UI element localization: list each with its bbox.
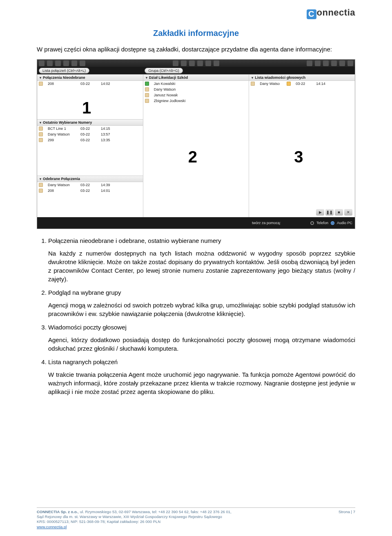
close-button[interactable]: ✕ <box>344 209 352 216</box>
numbered-list: Połączenia nieodebrane i odebrane, ostat… <box>37 236 355 396</box>
list-item[interactable]: Janusz Nowak <box>143 92 249 98</box>
intro-paragraph: W prawej części okna aplikacji dostępne … <box>37 45 355 53</box>
logo-c-box: C <box>307 9 316 19</box>
toolbar-icon[interactable] <box>80 60 85 66</box>
list-item[interactable]: 20803-2214:01 <box>37 188 143 193</box>
toolbar-icon[interactable] <box>181 60 187 66</box>
list-item-1: Połączenia nieodebrane i odebrane, ostat… <box>48 236 355 283</box>
panel-header-missed[interactable]: Połączenia Nieodebrane <box>37 74 143 81</box>
list-item[interactable]: 29903-2213:35 <box>37 137 143 143</box>
item-1-body: Na każdy z numerów dostępnych na tych li… <box>48 249 355 283</box>
toolbar-icon[interactable] <box>55 60 61 66</box>
radio-telefon[interactable] <box>310 221 314 225</box>
list-item-2: Podgląd na wybrane grupy Agencji mogą w … <box>48 288 355 318</box>
list-item[interactable]: Dany Watson03-2214:39 <box>37 182 143 188</box>
chip-group[interactable]: Grupa (Ctrl+Alt+G) <box>145 68 183 73</box>
item-3-title: Wiadomości poczty głosowej <box>48 324 127 331</box>
toolbar-icon[interactable] <box>189 60 195 66</box>
annotation-1: 1 <box>82 99 91 117</box>
chip-call-list[interactable]: Lista połączeń (Ctrl+Alt+L) <box>39 68 89 73</box>
page-footer: CONNECTIA Sp. z o.o., ul. Rzymowskiego 5… <box>0 503 392 536</box>
list-item-4: Lista nagranych połączeń W trakcie trwan… <box>48 358 355 396</box>
brand-logo: Connectia <box>307 7 355 19</box>
ss-chip-row: Lista połączeń (Ctrl+Alt+L) Grupa (Ctrl+… <box>37 67 355 74</box>
list-item[interactable]: BCT Line 103-2214:15 <box>37 126 143 131</box>
footer-court: Sąd Rejonowy dla m. st. Warszawy w Warsz… <box>37 514 232 519</box>
logo-text: onnectia <box>317 7 355 18</box>
toolbar-icon[interactable] <box>331 60 337 66</box>
toolbar-icon[interactable] <box>323 60 329 66</box>
mail-icon <box>287 82 291 86</box>
toolbar-icon[interactable] <box>71 60 77 66</box>
pause-button[interactable]: ❚❚ <box>325 209 334 216</box>
footer-address: , ul. Rzymowskiego 53, 02-697 Warszawa, … <box>78 509 231 514</box>
annotation-2: 2 <box>188 148 197 166</box>
panel-header-group[interactable]: Dział Likwidacji Szkód <box>143 74 249 81</box>
panel-header-dialed[interactable]: Ostatnio Wybierane Numery <box>37 119 143 126</box>
footer-link[interactable]: www.connectia.pl <box>37 525 67 529</box>
footer-ids: KRS: 0000527113; NIP: 521-368-09-78; Kap… <box>37 519 232 524</box>
list-item[interactable]: Zbigniew Jodłowski <box>143 98 249 104</box>
stop-button[interactable]: ■ <box>335 209 343 216</box>
toolbar-icon[interactable] <box>214 60 219 66</box>
toolbar-icon[interactable] <box>205 60 211 66</box>
item-3-body: Agenci, którzy dodatkowo posiadają dostę… <box>48 336 355 353</box>
section-title: Zakładki informacyjne <box>37 29 355 38</box>
item-2-body: Agencji mogą w zależności od swoich potr… <box>48 301 355 318</box>
ss-footer: twórz za pomocą: Telefon Audio PC <box>37 217 355 229</box>
list-item[interactable]: Dany Watson <box>143 87 249 92</box>
toolbar-icon[interactable] <box>197 60 203 66</box>
toolbar-icon[interactable] <box>307 60 312 66</box>
ss-column-3: Lista wiadomości głosowych Dany Watso03-… <box>249 74 355 217</box>
item-1-title: Połączenia nieodebrane i odebrane, ostat… <box>48 237 221 244</box>
footer-left: CONNECTIA Sp. z o.o., ul. Rzymowskiego 5… <box>37 509 232 529</box>
toolbar-icon[interactable] <box>347 60 353 66</box>
footer-company: CONNECTIA Sp. z o.o. <box>37 509 78 514</box>
play-button[interactable]: ▶ <box>316 209 324 216</box>
list-item[interactable]: Dany Watso03-2214:14 <box>249 81 355 87</box>
footer-label: twórz za pomocą: <box>252 221 281 225</box>
panel-header-voicemail[interactable]: Lista wiadomości głosowych <box>249 74 355 81</box>
toolbar-icon[interactable] <box>47 60 53 66</box>
radio-telefon-label: Telefon <box>316 221 328 225</box>
ss-column-2: Dział Likwidacji Szkód Jan Kowalski Dany… <box>143 74 249 217</box>
list-item[interactable]: Dany Watson03-2213:57 <box>37 131 143 137</box>
item-2-title: Podgląd na wybrane grupy <box>48 289 121 296</box>
list-item[interactable]: Jan Kowalski <box>143 81 249 87</box>
ss-column-1: Połączenia Nieodebrane 20803-2214:02 1 O… <box>37 74 143 217</box>
toolbar-icon[interactable] <box>315 60 321 66</box>
radio-audio-pc[interactable] <box>331 221 334 225</box>
item-4-body: W trakcie trwania połączenia Agent może … <box>48 370 355 396</box>
footer-page-number: Strona | 7 <box>339 509 355 529</box>
item-4-title: Lista nagranych połączeń <box>48 358 118 365</box>
toolbar-icon[interactable] <box>173 60 178 66</box>
ss-toolbar <box>37 60 355 67</box>
app-screenshot: Lista połączeń (Ctrl+Alt+L) Grupa (Ctrl+… <box>37 59 355 229</box>
annotation-3: 3 <box>294 148 303 166</box>
toolbar-icon[interactable] <box>339 60 345 66</box>
toolbar-icon[interactable] <box>63 60 69 66</box>
toolbar-icon[interactable] <box>39 60 45 66</box>
panel-header-answered[interactable]: Odebrane Połączenia <box>37 176 143 182</box>
list-item[interactable]: 20803-2214:02 <box>37 81 143 87</box>
radio-audio-pc-label: Audio PC <box>337 221 352 225</box>
list-item-3: Wiadomości poczty głosowej Agenci, którz… <box>48 323 355 353</box>
